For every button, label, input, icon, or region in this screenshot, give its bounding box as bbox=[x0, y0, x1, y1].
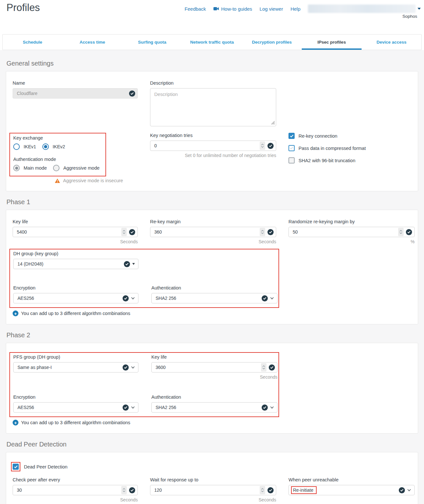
valid-check-icon bbox=[267, 143, 274, 149]
number-stepper[interactable] bbox=[121, 228, 127, 236]
authentication-label: Authentication bbox=[151, 285, 277, 290]
check-peer-input[interactable] bbox=[13, 485, 138, 495]
pfs-group-select[interactable]: Same as phase-I bbox=[13, 362, 138, 373]
valid-check-icon bbox=[262, 404, 268, 411]
phase2-key-life-value[interactable] bbox=[152, 365, 261, 370]
phase1-key-life-field: Key life Seconds bbox=[13, 219, 138, 244]
phase2-algorithms-annotation: PFS group (DH group) Same as phase-I Key… bbox=[9, 352, 279, 417]
sha2-truncation-option[interactable]: SHA2 with 96-bit truncation bbox=[288, 157, 415, 163]
compressed-format-option[interactable]: Pass data in compressed format bbox=[288, 145, 415, 151]
checkbox-checked-icon[interactable] bbox=[13, 464, 19, 470]
encryption-label: Encryption bbox=[13, 285, 138, 290]
radio-selected-icon[interactable] bbox=[42, 143, 49, 150]
valid-check-icon bbox=[129, 487, 135, 493]
aggressive-mode-warning: Aggressive mode is insecure bbox=[55, 178, 138, 183]
key-life-label: Key life bbox=[151, 354, 277, 360]
key-life-value[interactable] bbox=[13, 229, 121, 235]
key-exchange-annotation: Key exchange IKEv1 IKEv2 Authentication … bbox=[9, 133, 106, 176]
number-stepper[interactable] bbox=[260, 486, 265, 494]
phase2-key-life-field: Key life Seconds bbox=[151, 354, 277, 380]
name-input[interactable] bbox=[13, 88, 138, 99]
help-link[interactable]: Help bbox=[290, 6, 300, 12]
randomize-input[interactable] bbox=[288, 227, 415, 237]
phase1-card: Key life Seconds Re-key margin bbox=[6, 210, 418, 324]
checkbox-checked-icon[interactable] bbox=[288, 133, 295, 139]
wait-response-field: Wait for response up to Seconds bbox=[150, 477, 276, 502]
tab-decryption-profiles[interactable]: Decryption profiles bbox=[242, 35, 302, 50]
name-label: Name bbox=[13, 80, 138, 86]
number-stepper[interactable] bbox=[261, 363, 266, 372]
valid-check-icon bbox=[123, 404, 129, 411]
unit-label: Seconds bbox=[13, 239, 138, 244]
encryption-select[interactable]: AES256 bbox=[13, 293, 138, 303]
options-column: Re-key connection Pass data in compresse… bbox=[288, 133, 415, 170]
radio-aggressive-mode[interactable]: Aggressive mode bbox=[53, 165, 100, 171]
tab-device-access[interactable]: Device access bbox=[362, 35, 421, 50]
header-links: Feedback How-to guides Log viewer Help bbox=[185, 5, 421, 13]
radio-main-mode[interactable]: Main mode bbox=[13, 165, 47, 171]
rekey-margin-input[interactable] bbox=[150, 227, 276, 237]
key-exchange-column: Key exchange IKEv1 IKEv2 Authentication … bbox=[13, 133, 138, 183]
tab-network-traffic-quota[interactable]: Network traffic quota bbox=[182, 35, 242, 50]
key-negotiation-value[interactable] bbox=[150, 143, 260, 148]
authentication-select[interactable]: SHA2 256 bbox=[151, 402, 277, 413]
tab-access-time[interactable]: Access time bbox=[62, 35, 122, 50]
phase1-heading: Phase 1 bbox=[6, 198, 424, 206]
add-icon[interactable]: + bbox=[13, 420, 18, 425]
phase2-card: PFS group (DH group) Same as phase-I Key… bbox=[6, 343, 418, 434]
dh-group-select[interactable]: 14 (DH2048) bbox=[13, 259, 138, 269]
radio-disabled-icon[interactable] bbox=[53, 165, 60, 171]
chevron-down-icon bbox=[270, 406, 274, 409]
dh-group-field: DH group (key group) 14 (DH2048) bbox=[13, 251, 138, 269]
radio-ikev2[interactable]: IKEv2 bbox=[42, 143, 65, 150]
number-stepper[interactable] bbox=[121, 486, 127, 494]
wait-response-value[interactable] bbox=[150, 488, 260, 493]
chevron-down-icon bbox=[131, 406, 135, 409]
valid-check-icon bbox=[399, 487, 405, 493]
valid-check-icon bbox=[267, 229, 274, 235]
description-input[interactable] bbox=[150, 88, 276, 126]
key-negotiation-helper: Set 0 for unlimited number of negotiatio… bbox=[150, 153, 276, 158]
check-peer-value[interactable] bbox=[13, 488, 121, 493]
when-unreachable-select[interactable]: Re-initiate bbox=[288, 485, 415, 495]
add-icon[interactable]: + bbox=[13, 310, 18, 316]
log-viewer-link[interactable]: Log viewer bbox=[260, 6, 283, 12]
randomize-value[interactable] bbox=[289, 229, 398, 235]
encryption-select[interactable]: AES256 bbox=[13, 402, 138, 413]
tab-surfing-quota[interactable]: Surfing quota bbox=[122, 35, 182, 50]
rekey-connection-option[interactable]: Re-key connection bbox=[288, 133, 415, 139]
unit-label: Seconds bbox=[150, 497, 276, 502]
wait-response-input[interactable] bbox=[150, 485, 276, 495]
unit-label: % bbox=[288, 239, 415, 244]
key-negotiation-label: Key negotiation tries bbox=[150, 133, 276, 138]
rekey-margin-value[interactable] bbox=[150, 229, 260, 235]
authentication-select[interactable]: SHA2 256 bbox=[151, 293, 277, 303]
pfs-group-label: PFS group (DH group) bbox=[13, 354, 138, 360]
howto-guides-link[interactable]: How-to guides bbox=[213, 6, 252, 12]
tab-schedule[interactable]: Schedule bbox=[3, 35, 62, 50]
number-stepper[interactable] bbox=[260, 228, 265, 236]
video-camera-icon bbox=[213, 7, 219, 11]
dpd-enable-option[interactable]: Dead Peer Detection bbox=[13, 462, 415, 471]
account-selector[interactable] bbox=[308, 5, 421, 13]
radio-ikev1[interactable]: IKEv1 bbox=[13, 143, 36, 150]
number-stepper[interactable] bbox=[398, 228, 404, 236]
radio-disabled-selected-icon[interactable] bbox=[13, 165, 20, 171]
checkbox-icon[interactable] bbox=[288, 145, 295, 151]
app-header: Profiles Feedback How-to guides Log view… bbox=[0, 0, 424, 34]
tab-bar: Schedule Access time Surfing quota Netwo… bbox=[2, 34, 422, 50]
phase2-key-life-input[interactable] bbox=[151, 362, 277, 373]
checkbox-icon[interactable] bbox=[288, 157, 295, 163]
key-life-input[interactable] bbox=[13, 227, 138, 237]
encryption-label: Encryption bbox=[13, 394, 138, 400]
tab-ipsec-profiles[interactable]: IPsec profiles bbox=[302, 35, 362, 50]
key-negotiation-input[interactable] bbox=[150, 141, 276, 151]
phase2-heading: Phase 2 bbox=[6, 331, 424, 339]
dpd-card: Dead Peer Detection Check peer after eve… bbox=[6, 452, 418, 504]
key-negotiation-field: Key negotiation tries Set 0 for unlimite… bbox=[150, 133, 276, 158]
dropdown-caret-icon bbox=[132, 263, 135, 265]
number-stepper[interactable] bbox=[260, 142, 265, 150]
feedback-link[interactable]: Feedback bbox=[185, 6, 206, 12]
radio-icon[interactable] bbox=[13, 143, 20, 150]
wait-response-label: Wait for response up to bbox=[150, 477, 276, 482]
